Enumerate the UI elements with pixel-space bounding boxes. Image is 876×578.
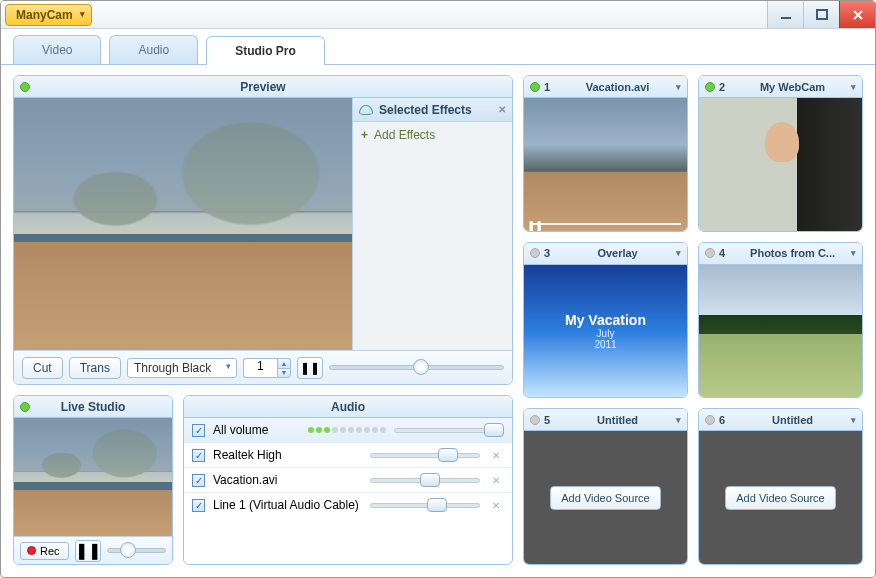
- cut-button[interactable]: Cut: [22, 357, 63, 379]
- source-title: My WebCam: [729, 81, 856, 93]
- close-button[interactable]: [839, 1, 875, 28]
- minimize-button[interactable]: [767, 1, 803, 28]
- source-dropdown-icon[interactable]: ▾: [851, 415, 856, 425]
- audio-slider[interactable]: [370, 503, 480, 508]
- source-number: 5: [544, 414, 550, 426]
- source-thumb[interactable]: My VacationJuly2011: [524, 265, 687, 398]
- preview-slider[interactable]: [329, 365, 504, 370]
- transition-count[interactable]: 1 ▲▼: [243, 358, 291, 378]
- play-pause-icon[interactable]: ❚❚: [527, 220, 543, 231]
- maximize-button[interactable]: [803, 1, 839, 28]
- plus-icon: +: [361, 128, 368, 142]
- vu-meter: [308, 427, 386, 433]
- progress-bar[interactable]: [530, 223, 681, 225]
- svg-rect-1: [817, 10, 827, 19]
- source-thumb[interactable]: [699, 265, 862, 398]
- live-dot-icon: [705, 415, 715, 425]
- audio-row: ✓Vacation.avi✕: [184, 467, 512, 492]
- audio-row: ✓Line 1 (Virtual Audio Cable)✕: [184, 492, 512, 517]
- source-number: 4: [719, 247, 725, 259]
- preview-pause-button[interactable]: ❚❚: [297, 357, 323, 379]
- audio-remove-icon[interactable]: ✕: [488, 500, 504, 511]
- tab-studio-pro[interactable]: Studio Pro: [206, 36, 325, 65]
- source-header: 6Untitled▾: [699, 409, 862, 431]
- source-empty: Add Video Source: [699, 431, 862, 564]
- source-title: Photos from C...: [729, 247, 856, 259]
- live-slider[interactable]: [107, 548, 166, 553]
- source-header: 4Photos from C...▾: [699, 243, 862, 265]
- preview-panel: Preview Selected Effects ✕ + Add Effects: [13, 75, 513, 385]
- preview-title: Preview: [240, 80, 285, 94]
- main-tabs: Video Audio Studio Pro: [1, 29, 875, 65]
- count-down-icon[interactable]: ▼: [277, 368, 291, 378]
- tab-video[interactable]: Video: [13, 35, 101, 64]
- transition-count-value: 1: [243, 358, 277, 378]
- source-slot-6: 6Untitled▾Add Video Source: [698, 408, 863, 565]
- source-number: 3: [544, 247, 550, 259]
- titlebar: ManyCam: [1, 1, 875, 29]
- source-thumb[interactable]: [699, 98, 862, 231]
- trans-button[interactable]: Trans: [69, 357, 121, 379]
- record-button[interactable]: Rec: [20, 542, 69, 560]
- source-header: 5Untitled▾: [524, 409, 687, 431]
- add-effects-button[interactable]: + Add Effects: [353, 122, 512, 148]
- source-dropdown-icon[interactable]: ▾: [851, 82, 856, 92]
- svg-rect-0: [781, 17, 791, 19]
- source-number: 2: [719, 81, 725, 93]
- source-empty: Add Video Source: [524, 431, 687, 564]
- live-dot-icon: [530, 248, 540, 258]
- add-video-source-button[interactable]: Add Video Source: [550, 486, 660, 510]
- audio-checkbox[interactable]: ✓: [192, 424, 205, 437]
- source-number: 1: [544, 81, 550, 93]
- record-label: Rec: [40, 545, 60, 557]
- source-slot-5: 5Untitled▾Add Video Source: [523, 408, 688, 565]
- effects-title: Selected Effects: [379, 103, 472, 117]
- source-number: 6: [719, 414, 725, 426]
- live-studio-video[interactable]: [14, 418, 172, 536]
- effects-close-icon[interactable]: ✕: [498, 104, 506, 115]
- source-header: 2My WebCam▾: [699, 76, 862, 98]
- source-title: Overlay: [554, 247, 681, 259]
- tab-audio[interactable]: Audio: [109, 35, 198, 64]
- transition-select[interactable]: Through Black: [127, 358, 237, 378]
- audio-name: Vacation.avi: [213, 473, 362, 487]
- source-dropdown-icon[interactable]: ▾: [676, 415, 681, 425]
- source-title: Untitled: [554, 414, 681, 426]
- audio-name: Realtek High: [213, 448, 362, 462]
- live-studio-title: Live Studio: [61, 400, 126, 414]
- app-menu-button[interactable]: ManyCam: [5, 4, 92, 26]
- source-dropdown-icon[interactable]: ▾: [851, 248, 856, 258]
- live-dot-icon: [705, 248, 715, 258]
- audio-checkbox[interactable]: ✓: [192, 499, 205, 512]
- source-dropdown-icon[interactable]: ▾: [676, 248, 681, 258]
- source-header: 1Vacation.avi▾: [524, 76, 687, 98]
- audio-slider[interactable]: [394, 428, 504, 433]
- add-video-source-button[interactable]: Add Video Source: [725, 486, 835, 510]
- live-pause-button[interactable]: ❚❚: [75, 540, 101, 562]
- source-dropdown-icon[interactable]: ▾: [676, 82, 681, 92]
- count-up-icon[interactable]: ▲: [277, 358, 291, 368]
- audio-remove-icon[interactable]: ✕: [488, 475, 504, 486]
- audio-slider[interactable]: [370, 453, 480, 458]
- audio-checkbox[interactable]: ✓: [192, 474, 205, 487]
- audio-name: Line 1 (Virtual Audio Cable): [213, 498, 362, 512]
- audio-remove-icon[interactable]: ✕: [488, 450, 504, 461]
- effects-panel: Selected Effects ✕ + Add Effects: [352, 98, 512, 350]
- live-dot-icon: [705, 82, 715, 92]
- live-indicator-icon: [20, 402, 30, 412]
- source-title: Untitled: [729, 414, 856, 426]
- preview-video-area[interactable]: [14, 98, 352, 350]
- audio-title: Audio: [331, 400, 365, 414]
- audio-name: All volume: [213, 423, 300, 437]
- source-slot-4: 4Photos from C...▾: [698, 242, 863, 399]
- audio-row: ✓All volume: [184, 418, 512, 442]
- audio-slider[interactable]: [370, 478, 480, 483]
- source-slot-2: 2My WebCam▾: [698, 75, 863, 232]
- audio-row: ✓Realtek High✕: [184, 442, 512, 467]
- audio-checkbox[interactable]: ✓: [192, 449, 205, 462]
- audio-panel: Audio ✓All volume✓Realtek High✕✓Vacation…: [183, 395, 513, 565]
- source-header: 3Overlay▾: [524, 243, 687, 265]
- live-studio-panel: Live Studio Rec ❚❚: [13, 395, 173, 565]
- source-thumb[interactable]: ❚❚: [524, 98, 687, 231]
- source-slot-3: 3Overlay▾My VacationJuly2011: [523, 242, 688, 399]
